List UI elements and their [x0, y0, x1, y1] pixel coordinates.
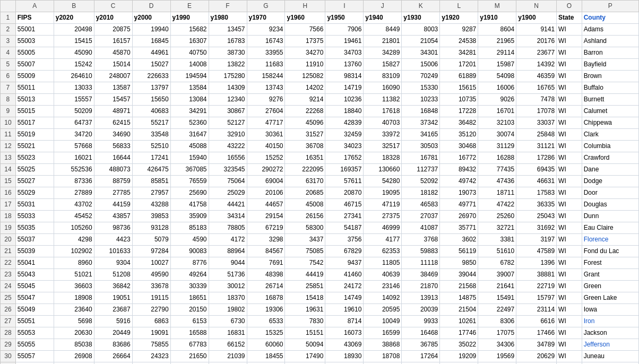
- cell-y1990-18[interactable]: 35909: [170, 211, 209, 222]
- cell-y1940-27[interactable]: 10049: [364, 316, 402, 327]
- cell-state-20[interactable]: WI: [557, 234, 582, 246]
- cell-y1920-8[interactable]: 10735: [440, 94, 478, 106]
- cell-y1940-6[interactable]: 83109: [364, 71, 402, 82]
- cell-state-13[interactable]: WI: [557, 152, 582, 164]
- cell-y2020-7[interactable]: 13033: [54, 82, 94, 94]
- cell-y1960-18[interactable]: 26156: [285, 211, 325, 222]
- cell-y1980-28[interactable]: 16831: [209, 327, 247, 339]
- cell-state-11[interactable]: WI: [557, 129, 582, 141]
- cell-county-20[interactable]: Florence: [582, 234, 638, 246]
- cell-county-26[interactable]: Iowa: [582, 304, 638, 316]
- cell-y2000-31[interactable]: 149584: [132, 362, 170, 365]
- cell-y1930-29[interactable]: 36785: [402, 339, 440, 351]
- cell-state-10[interactable]: WI: [557, 117, 582, 129]
- cell-y1980-18[interactable]: 34314: [209, 211, 247, 222]
- cell-y1950-31[interactable]: 75238: [325, 362, 364, 365]
- cell-y2000-29[interactable]: 75855: [132, 339, 170, 351]
- cell-state-27[interactable]: WI: [557, 316, 582, 327]
- cell-y2000-20[interactable]: 5079: [132, 234, 170, 246]
- cell-y2020-12[interactable]: 57668: [54, 141, 94, 152]
- cell-y2000-17[interactable]: 43288: [132, 199, 170, 211]
- cell-y1930-22[interactable]: 11118: [402, 257, 440, 269]
- cell-y1940-15[interactable]: 54280: [364, 176, 402, 187]
- cell-y1920-24[interactable]: 21568: [440, 281, 478, 292]
- cell-county-24[interactable]: Green: [582, 281, 638, 292]
- cell-y2010-18[interactable]: 43857: [94, 211, 132, 222]
- cell-y1930-15[interactable]: 52092: [402, 176, 440, 187]
- cell-y1950-27[interactable]: 8714: [325, 316, 364, 327]
- cell-fips-10[interactable]: 55017: [15, 117, 54, 129]
- cell-y1900-7[interactable]: 16765: [516, 82, 557, 94]
- col-O-header[interactable]: O: [557, 1, 582, 12]
- cell-y1970-14[interactable]: 290272: [247, 164, 285, 176]
- cell-y1950-5[interactable]: 13760: [325, 59, 364, 71]
- cell-y1940-31[interactable]: 63505: [364, 362, 402, 365]
- cell-y1970-22[interactable]: 7691: [247, 257, 285, 269]
- cell-y1910-13[interactable]: 16288: [478, 152, 516, 164]
- cell-y1940-11[interactable]: 33972: [364, 129, 402, 141]
- cell-y2010-2[interactable]: 20875: [94, 24, 132, 36]
- cell-y2020-16[interactable]: 27889: [54, 187, 94, 199]
- cell-y1900-12[interactable]: 31121: [516, 141, 557, 152]
- cell-y1920-23[interactable]: 39044: [440, 269, 478, 281]
- cell-y1980-15[interactable]: 75064: [209, 176, 247, 187]
- cell-y1930-19[interactable]: 41087: [402, 222, 440, 234]
- cell-state-7[interactable]: WI: [557, 82, 582, 94]
- cell-y1950-16[interactable]: 20870: [325, 187, 364, 199]
- col-C-header[interactable]: C: [94, 1, 132, 12]
- cell-y1900-25[interactable]: 15797: [516, 292, 557, 304]
- cell-y2000-13[interactable]: 17241: [132, 152, 170, 164]
- cell-y1950-14[interactable]: 169357: [325, 164, 364, 176]
- cell-y1930-23[interactable]: 38469: [402, 269, 440, 281]
- cell-y1930-16[interactable]: 18182: [402, 187, 440, 199]
- cell-county-27[interactable]: Iron: [582, 316, 638, 327]
- cell-y1990-30[interactable]: 21650: [170, 351, 209, 362]
- cell-y2020-19[interactable]: 105260: [54, 222, 94, 234]
- cell-state-28[interactable]: WI: [557, 327, 582, 339]
- cell-y1960-10[interactable]: 45096: [285, 117, 325, 129]
- cell-y1900-5[interactable]: 14392: [516, 59, 557, 71]
- cell-state-23[interactable]: WI: [557, 269, 582, 281]
- cell-y2000-8[interactable]: 15650: [132, 94, 170, 106]
- cell-y1930-13[interactable]: 16781: [402, 152, 440, 164]
- cell-y2020-15[interactable]: 87336: [54, 176, 94, 187]
- cell-y2020-27[interactable]: 5698: [54, 316, 94, 327]
- cell-y1940-28[interactable]: 16599: [364, 327, 402, 339]
- cell-y1930-31[interactable]: 63277: [402, 362, 440, 365]
- cell-y1960-13[interactable]: 16351: [285, 152, 325, 164]
- cell-y1910-27[interactable]: 8306: [478, 316, 516, 327]
- cell-y2000-18[interactable]: 39853: [132, 211, 170, 222]
- cell-y1940-17[interactable]: 47119: [364, 199, 402, 211]
- cell-y1900-19[interactable]: 31692: [516, 222, 557, 234]
- cell-y1990-13[interactable]: 15940: [170, 152, 209, 164]
- col-E-header[interactable]: E: [170, 1, 209, 12]
- cell-y1960-29[interactable]: 50094: [285, 339, 325, 351]
- cell-y1900-28[interactable]: 17466: [516, 327, 557, 339]
- cell-y2010-20[interactable]: 4423: [94, 234, 132, 246]
- cell-y1990-22[interactable]: 8776: [170, 257, 209, 269]
- cell-y2000-9[interactable]: 40683: [132, 106, 170, 117]
- cell-y2010-27[interactable]: 5916: [94, 316, 132, 327]
- cell-y2000-22[interactable]: 10027: [132, 257, 170, 269]
- cell-y2020-28[interactable]: 20630: [54, 327, 94, 339]
- cell-y2020-26[interactable]: 23640: [54, 304, 94, 316]
- cell-y1980-19[interactable]: 78805: [209, 222, 247, 234]
- cell-y1930-26[interactable]: 20039: [402, 304, 440, 316]
- cell-y1950-28[interactable]: 16073: [325, 327, 364, 339]
- cell-y2010-7[interactable]: 13587: [94, 82, 132, 94]
- cell-y2020-31[interactable]: 169671: [54, 362, 94, 365]
- cell-y2020-4[interactable]: 45090: [54, 47, 94, 59]
- cell-y1910-11[interactable]: 30074: [478, 129, 516, 141]
- cell-y1960-9[interactable]: 22268: [285, 106, 325, 117]
- cell-y1930-2[interactable]: 8003: [402, 24, 440, 36]
- cell-y2020-10[interactable]: 64737: [54, 117, 94, 129]
- cell-state-6[interactable]: WI: [557, 71, 582, 82]
- header-y1940[interactable]: y1940: [364, 12, 402, 24]
- cell-y1910-14[interactable]: 77435: [478, 164, 516, 176]
- cell-y1940-2[interactable]: 8449: [364, 24, 402, 36]
- cell-y2010-11[interactable]: 34690: [94, 129, 132, 141]
- cell-y1910-2[interactable]: 8604: [478, 24, 516, 36]
- cell-y1900-9[interactable]: 17078: [516, 106, 557, 117]
- cell-y2020-23[interactable]: 51021: [54, 269, 94, 281]
- cell-y2020-29[interactable]: 85038: [54, 339, 94, 351]
